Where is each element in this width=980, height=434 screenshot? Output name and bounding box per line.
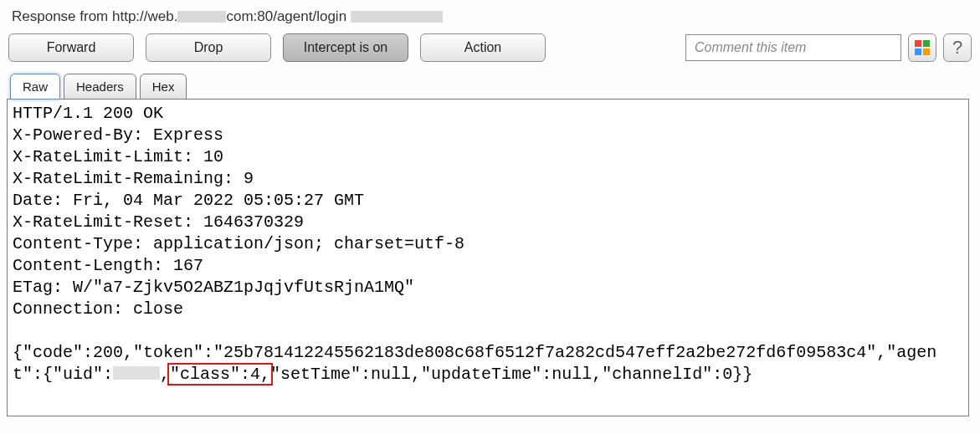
response-text: HTTP/1.1 200 OK X-Powered-By: Express X-… bbox=[13, 104, 936, 384]
comment-input[interactable] bbox=[685, 34, 901, 61]
intercept-toggle-button[interactable]: Intercept is on bbox=[283, 33, 408, 62]
redacted-uid bbox=[113, 366, 160, 380]
title-mid: com:80/agent/login bbox=[226, 8, 346, 24]
view-tabs: Raw Headers Hex bbox=[7, 74, 973, 100]
drop-button[interactable]: Drop bbox=[146, 33, 271, 62]
raw-response-view[interactable]: HTTP/1.1 200 OK X-Powered-By: Express X-… bbox=[7, 99, 969, 416]
highlighted-fragment: "class":4, bbox=[170, 365, 270, 384]
forward-button[interactable]: Forward bbox=[8, 33, 134, 62]
toolbar: Forward Drop Intercept is on Action ? bbox=[7, 33, 973, 74]
tab-raw[interactable]: Raw bbox=[10, 74, 60, 100]
redacted-host bbox=[177, 11, 226, 23]
redacted-suffix bbox=[351, 11, 443, 23]
response-title: Response from http://web.com:80/agent/lo… bbox=[7, 5, 973, 33]
title-prefix: Response from http://web. bbox=[12, 8, 177, 24]
tab-hex[interactable]: Hex bbox=[140, 74, 187, 100]
tab-headers[interactable]: Headers bbox=[64, 74, 136, 100]
response-text-tail: "setTime":null,"updateTime":null,"channe… bbox=[270, 365, 752, 384]
help-icon: ? bbox=[952, 37, 962, 59]
action-button[interactable]: Action bbox=[420, 33, 546, 62]
help-button[interactable]: ? bbox=[943, 33, 972, 62]
color-grid-icon bbox=[915, 40, 930, 55]
highlight-color-button[interactable] bbox=[908, 33, 936, 62]
